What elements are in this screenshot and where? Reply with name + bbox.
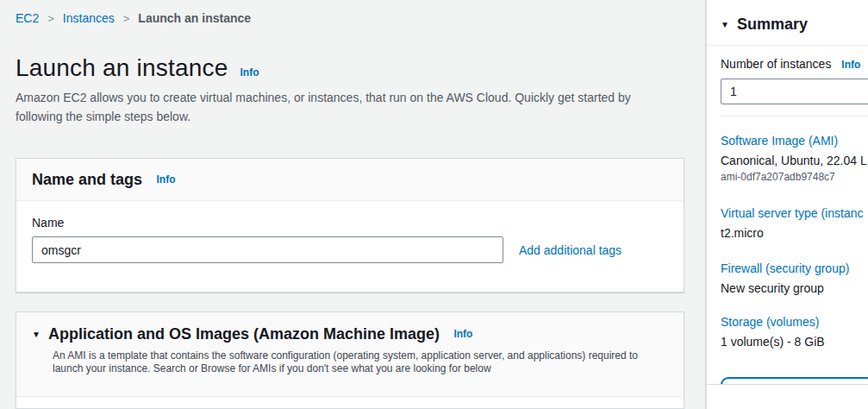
summary-value-instance-type: t2.micro [721, 226, 868, 240]
name-and-tags-title: Name and tags [32, 171, 142, 188]
ami-section-description: An AMI is a template that contains the s… [53, 349, 661, 375]
name-and-tags-header: Name and tags Info [16, 159, 684, 201]
summary-link-instance-type[interactable]: Virtual server type (instanc [721, 206, 868, 220]
breadcrumb: EC2 > Instances > Launch an instance [16, 11, 251, 25]
summary-header[interactable]: ▼Summary [707, 0, 868, 46]
page-title-info-link[interactable]: Info [240, 66, 259, 79]
name-and-tags-info-link[interactable]: Info [157, 173, 176, 186]
breadcrumb-link-ec2[interactable]: EC2 [16, 11, 39, 25]
ami-section-title: Application and OS Images (Amazon Machin… [48, 325, 440, 343]
main-content: EC2 > Instances > Launch an instance Lau… [0, 0, 700, 409]
summary-panel: ▼Summary Number of instances Info Softwa… [706, 0, 868, 409]
name-and-tags-card: Name and tags Info Name Add additional t… [16, 158, 684, 293]
ami-section-info-link[interactable]: Info [453, 328, 472, 340]
summary-ami-id: ami-0df7a207adb9748c7 [721, 171, 868, 183]
summary-value-software-image: Canonical, Ubuntu, 22.04 L [721, 154, 868, 167]
breadcrumb-link-instances[interactable]: Instances [63, 11, 115, 25]
summary-link-software-image[interactable]: Software Image (AMI) [721, 134, 868, 148]
add-additional-tags-link[interactable]: Add additional tags [519, 243, 621, 257]
expand-triangle-icon: ▼ [721, 20, 729, 29]
breadcrumb-separator-icon: > [47, 12, 54, 25]
number-of-instances-info-link[interactable]: Info [841, 59, 860, 71]
summary-value-storage: 1 volume(s) - 8 GiB [721, 335, 868, 349]
summary-title: Summary [737, 16, 808, 33]
ami-section-card: ▼Application and OS Images (Amazon Machi… [16, 311, 684, 409]
breadcrumb-separator-icon: > [123, 12, 130, 25]
summary-value-firewall: New security group [721, 281, 868, 295]
panel-footer [707, 384, 868, 409]
ami-section-header[interactable]: ▼Application and OS Images (Amazon Machi… [16, 312, 684, 397]
divider [721, 116, 868, 116]
page-title: Launch an instance [16, 54, 228, 82]
summary-link-storage[interactable]: Storage (volumes) [721, 315, 868, 329]
breadcrumb-current: Launch an instance [138, 11, 251, 25]
name-input[interactable] [32, 236, 503, 263]
name-field-label: Name [32, 216, 668, 230]
summary-link-firewall[interactable]: Firewall (security group) [721, 261, 868, 275]
number-of-instances-input[interactable] [721, 79, 868, 104]
number-of-instances-label: Number of instances [721, 57, 831, 71]
expand-triangle-icon: ▼ [32, 330, 41, 339]
page-description: Amazon EC2 allows you to create virtual … [16, 88, 664, 126]
